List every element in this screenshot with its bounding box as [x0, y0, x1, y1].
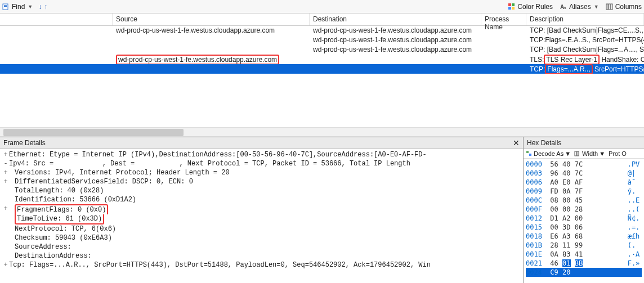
tree-line[interactable]: +Versions: IPv4, Internet Protocol; Head…: [2, 168, 521, 177]
packet-grid-header: Source Destination Process Name Descript…: [0, 14, 644, 26]
tree-text: TotalLength: 40 (0x28): [15, 186, 104, 195]
svg-rect-12: [526, 151, 529, 153]
close-icon[interactable]: ✕: [513, 140, 520, 146]
nav-down-icon[interactable]: ↓: [38, 3, 42, 11]
table-row[interactable]: TCP:Flags=...A.R.., SrcPort=HTTPS(44: [0, 64, 644, 74]
tree-spacer: [2, 251, 9, 260]
hex-row[interactable]: 0012 D1 A2 00 Ñ¢.: [526, 214, 642, 223]
dropdown-icon: ▼: [565, 150, 571, 157]
hex-row[interactable]: 000F 00 00 28 ..(: [526, 205, 642, 214]
color-rules-button[interactable]: Color Rules: [508, 3, 553, 11]
svg-text:a: a: [564, 5, 566, 10]
aliases-icon: Aa: [560, 3, 567, 11]
columns-icon: [606, 3, 614, 11]
tree-text: Ethernet: Etype = Internet IP (IPv4),Des…: [9, 150, 427, 159]
tree-line[interactable]: SourceAddress:: [2, 242, 521, 251]
tree-line[interactable]: +Ethernet: Etype = Internet IP (IPv4),De…: [2, 150, 521, 159]
expand-icon[interactable]: +: [2, 150, 9, 159]
dropdown-icon: ▼: [599, 150, 605, 157]
frame-details-title-bar: Frame Details ✕: [0, 137, 523, 149]
prot-button[interactable]: Prot O: [609, 150, 627, 157]
hex-row[interactable]: 0000 56 40 7C .PV: [526, 160, 642, 169]
svg-rect-3: [508, 3, 511, 6]
table-row[interactable]: wd-prod-cp-us-west-1-fe.westus.cloudapp.…: [0, 35, 644, 45]
tree-line[interactable]: +DifferentiatedServicesField: DSCP: 0, E…: [2, 177, 521, 186]
hex-row[interactable]: 0006 A0 E0 AF à¯: [526, 178, 642, 187]
tree-line[interactable]: Checksum: 59043 (0xE6A3): [2, 233, 521, 242]
svg-rect-6: [512, 7, 515, 10]
table-row[interactable]: wd-prod-cp-us-west-1-fe.westus.cloudapp.…: [0, 26, 644, 35]
tree-text: Identification: 53666 (0xD1A2): [15, 195, 136, 204]
expand-icon[interactable]: +: [2, 260, 9, 269]
hex-details-title-bar: Hex Details ✕: [524, 137, 644, 149]
color-rules-label: Color Rules: [517, 3, 553, 11]
aliases-button[interactable]: Aa Aliases ▼: [560, 3, 599, 11]
table-row[interactable]: wd-prod-cp-us-west-1-fe.westus.cloudapp.…: [0, 55, 644, 64]
tree-line[interactable]: -Ipv4: Src = , Dest = , Next Protocol = …: [2, 159, 521, 168]
hex-row[interactable]: 0024 C9 20: [526, 268, 642, 277]
column-gutter[interactable]: [0, 14, 113, 25]
svg-rect-4: [512, 3, 515, 6]
hex-row[interactable]: 0015 00 3D 06 .=.: [526, 223, 642, 232]
nav-up-icon[interactable]: ↑: [44, 3, 47, 11]
tree-line[interactable]: TotalLength: 40 (0x28): [2, 186, 521, 195]
hex-row[interactable]: 001E 0A 83 41 .·A: [526, 250, 642, 259]
tree-spacer: [2, 195, 9, 204]
svg-rect-13: [529, 154, 531, 156]
columns-button[interactable]: Columns: [606, 3, 642, 11]
tree-spacer: [2, 224, 9, 233]
frame-details-body[interactable]: +Ethernet: Etype = Internet IP (IPv4),De…: [0, 149, 523, 283]
hex-row[interactable]: 0003 96 40 7C @|: [526, 169, 642, 178]
frame-details-title: Frame Details: [3, 139, 46, 147]
column-source[interactable]: Source: [113, 14, 310, 25]
dropdown-icon: ▼: [28, 4, 33, 10]
table-row[interactable]: wd-prod-cp-us-west-1-fe.westus.cloudapp.…: [0, 45, 644, 55]
expand-icon[interactable]: +: [2, 168, 9, 177]
hex-row[interactable]: 0021 46 01 BB F.»: [526, 259, 642, 268]
find-label: Find: [12, 3, 25, 11]
hex-row[interactable]: 0009 FD 0A 7F ý.: [526, 187, 642, 196]
tree-line[interactable]: +Tcp: Flags=...A.R.., SrcPort=HTTPS(443)…: [2, 260, 521, 269]
tree-text: Tcp: Flags=...A.R.., SrcPort=HTTPS(443),…: [9, 260, 431, 269]
tree-spacer: [2, 214, 9, 223]
svg-rect-15: [577, 151, 579, 156]
hex-row[interactable]: 0018 E6 A3 68 æ£h: [526, 232, 642, 241]
top-toolbar: Find ▼ ↓ ↑ Color Rules Aa Aliases ▼ Colu…: [0, 0, 644, 14]
column-description[interactable]: Description: [526, 14, 644, 25]
prot-label: Prot O: [609, 150, 627, 157]
hex-details-pane: Hex Details ✕ Decode As ▼ Width ▼ Prot O: [524, 137, 644, 283]
columns-label: Columns: [615, 3, 642, 11]
frame-details-pane: Frame Details ✕ +Ethernet: Etype = Inter…: [0, 137, 524, 283]
grid-scrollbar-horizontal[interactable]: [0, 127, 644, 137]
tree-line[interactable]: DestinationAddress:: [2, 251, 521, 260]
tree-text: DifferentiatedServicesField: DSCP: 0, EC…: [15, 177, 193, 186]
hex-row[interactable]: 000C 08 00 45 ..E: [526, 196, 642, 205]
svg-rect-11: [611, 4, 612, 10]
tree-text: Ipv4: Src = , Dest = , Next Protocol = T…: [9, 159, 410, 168]
decode-as-icon: [526, 150, 533, 157]
column-destination[interactable]: Destination: [310, 14, 481, 25]
tree-line[interactable]: +FragmentFlags: 0 (0x0): [2, 204, 521, 214]
expand-icon[interactable]: +: [2, 177, 9, 186]
tree-line[interactable]: Identification: 53666 (0xD1A2): [2, 195, 521, 204]
tree-line[interactable]: TimeToLive: 61 (0x3D): [2, 214, 521, 224]
tree-text: FragmentFlags: 0 (0x0): [15, 204, 108, 214]
hex-details-body[interactable]: 0000 56 40 7C .PV0003 96 40 7C @|0006 A0…: [524, 159, 644, 278]
collapse-icon[interactable]: -: [2, 159, 9, 168]
hex-row[interactable]: 001B 28 11 99 (.: [526, 241, 642, 250]
column-process[interactable]: Process Name: [481, 14, 526, 25]
hex-details-title: Hex Details: [527, 139, 561, 147]
scrollbar-thumb[interactable]: [3, 129, 184, 136]
aliases-label: Aliases: [569, 3, 591, 11]
width-button[interactable]: Width ▼: [574, 150, 605, 157]
expand-icon[interactable]: +: [2, 204, 9, 213]
packet-grid-body[interactable]: wd-prod-cp-us-west-1-fe.westus.cloudapp.…: [0, 26, 644, 127]
find-button[interactable]: Find ▼: [2, 3, 33, 11]
decode-as-label: Decode As: [534, 150, 564, 157]
svg-rect-5: [508, 7, 511, 10]
tree-spacer: [2, 186, 9, 195]
tree-text: TimeToLive: 61 (0x3D): [15, 214, 104, 224]
tree-text: SourceAddress:: [15, 242, 71, 251]
decode-as-button[interactable]: Decode As ▼: [526, 150, 571, 157]
tree-line[interactable]: NextProtocol: TCP, 6(0x6): [2, 224, 521, 233]
